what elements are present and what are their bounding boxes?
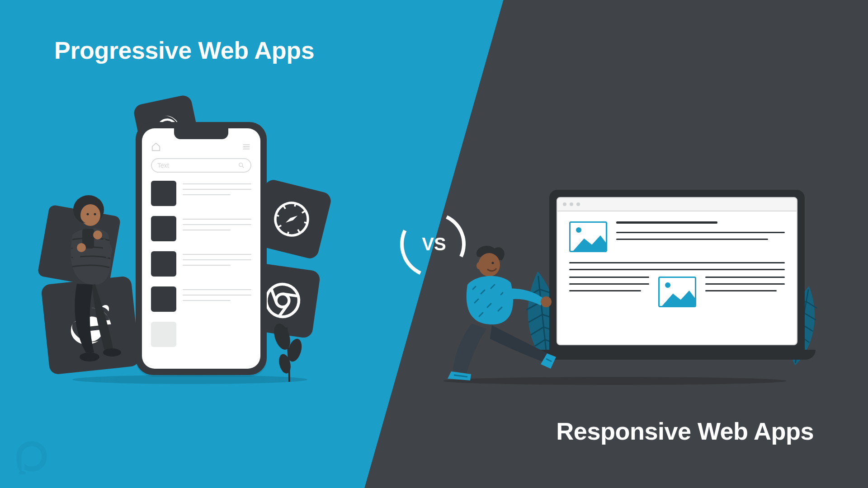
list-item	[151, 286, 251, 312]
svg-point-24	[94, 213, 96, 216]
svg-line-3	[288, 232, 288, 236]
window-dot-icon	[570, 202, 573, 206]
right-heading: Responsive Web Apps	[556, 417, 814, 445]
svg-line-20	[242, 166, 244, 168]
person-with-laptop-illustration	[434, 239, 579, 384]
plant-illustration	[271, 310, 307, 382]
image-placeholder-icon	[658, 277, 696, 307]
phone-screen: Text	[142, 128, 260, 369]
svg-point-37	[476, 262, 482, 269]
svg-point-36	[492, 262, 494, 264]
menu-icon	[241, 142, 251, 152]
text-line	[569, 283, 649, 285]
svg-marker-10	[286, 213, 297, 225]
list-item	[151, 322, 251, 347]
svg-line-5	[304, 222, 308, 223]
comparison-graphic: Progressive Web Apps Responsive Web Apps…	[0, 0, 868, 488]
svg-line-6	[283, 205, 286, 209]
search-icon	[238, 162, 245, 169]
search-bar: Text	[151, 158, 251, 173]
text-line	[616, 239, 768, 240]
search-placeholder: Text	[157, 162, 169, 169]
brand-watermark-icon	[14, 438, 50, 474]
svg-point-28	[80, 352, 99, 361]
svg-point-22	[80, 204, 100, 226]
text-line	[616, 232, 785, 233]
svg-point-23	[87, 213, 89, 216]
list-item	[151, 181, 251, 206]
text-line	[705, 283, 785, 285]
pwa-illustration: Text	[50, 104, 330, 393]
svg-point-27	[93, 230, 102, 239]
list-item	[151, 251, 251, 277]
svg-line-2	[295, 202, 296, 206]
window-dot-icon	[563, 202, 566, 206]
svg-point-19	[239, 163, 243, 167]
heading-placeholder	[616, 221, 717, 224]
laptop-base	[538, 350, 816, 360]
svg-point-46	[541, 296, 552, 307]
home-icon	[151, 142, 161, 152]
browser-titlebar	[557, 198, 797, 211]
text-line	[705, 290, 777, 291]
text-line	[569, 290, 641, 291]
text-line	[569, 269, 785, 270]
text-line	[569, 262, 785, 263]
laptop-mockup	[549, 190, 805, 352]
responsive-illustration	[439, 190, 814, 384]
phone-mockup: Text	[136, 122, 267, 375]
person-with-phone-illustration	[45, 190, 136, 361]
window-dot-icon	[576, 202, 580, 206]
svg-point-49	[19, 471, 26, 474]
svg-point-29	[103, 348, 121, 357]
text-line	[569, 277, 649, 278]
svg-line-8	[302, 210, 306, 214]
list-item	[151, 216, 251, 241]
svg-point-26	[77, 243, 86, 252]
svg-line-9	[278, 225, 281, 228]
svg-line-7	[297, 230, 301, 233]
svg-line-4	[275, 215, 279, 216]
phone-notch	[174, 128, 228, 139]
left-heading: Progressive Web Apps	[54, 36, 314, 64]
text-line	[705, 277, 785, 278]
browser-window	[557, 197, 797, 345]
